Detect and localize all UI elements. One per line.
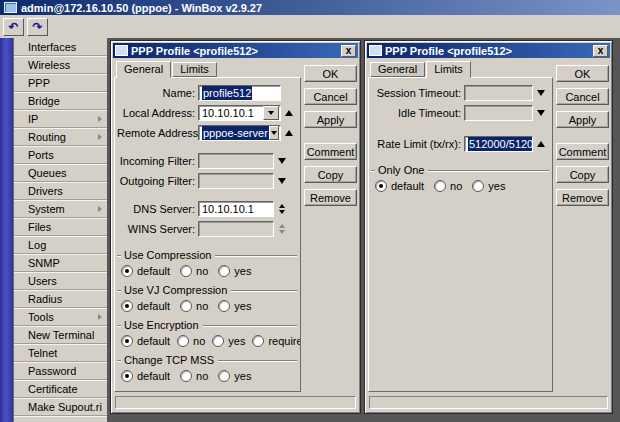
cancel-button[interactable]: Cancel [304,88,357,105]
add-remove-toggle[interactable] [274,224,290,234]
rate-limit-field[interactable]: 512000/512000 [464,136,533,152]
copy-button[interactable]: Copy [304,166,357,183]
comment-button[interactable]: Comment [304,143,357,160]
ok-button[interactable]: OK [556,65,609,82]
sidebar-item-tools[interactable]: Tools [14,308,107,326]
radio-no[interactable]: no [180,265,208,277]
radio-default[interactable]: default [121,300,170,312]
sidebar-item-label: Drivers [28,185,63,197]
redo-button[interactable]: ↷ [27,18,48,36]
tab-limits[interactable]: Limits [426,61,471,78]
radio-no[interactable]: no [434,180,462,192]
idle-timeout-field[interactable] [464,105,533,121]
sidebar-item-label: Interfaces [28,41,76,53]
undo-button[interactable]: ↶ [3,18,24,36]
main-titlebar[interactable]: admin@172.16.10.50 (pppoe) - WinBox v2.9… [0,0,620,15]
name-field[interactable]: profile512 [198,85,281,101]
close-icon[interactable]: x [593,45,608,57]
cancel-button[interactable]: Cancel [556,88,609,105]
remove-button[interactable]: Remove [556,189,609,206]
remove-button[interactable]: Remove [304,189,357,206]
radio-required[interactable]: required [252,335,301,347]
radio-yes[interactable]: yes [212,335,245,347]
sidebar-item-interfaces[interactable]: Interfaces [14,38,107,56]
sidebar-item-label: Users [28,275,57,287]
wins-server-field[interactable] [198,221,274,237]
sidebar-item-log[interactable]: Log [14,236,107,254]
ok-button[interactable]: OK [304,65,357,82]
sidebar-item-bridge[interactable]: Bridge [14,92,107,110]
apply-button[interactable]: Apply [304,111,357,128]
apply-button[interactable]: Apply [556,111,609,128]
sidebar-item-ports[interactable]: Ports [14,146,107,164]
sidebar-item-make-supout[interactable]: Make Supout.rif [14,398,107,416]
radio-yes[interactable]: yes [218,300,251,312]
session-timeout-label: Session Timeout: [371,87,464,99]
use-compression-group: Use Compression default no yes [117,249,297,278]
tab-general[interactable]: General [116,61,171,78]
add-remove-toggle[interactable] [274,204,290,214]
close-icon[interactable]: x [341,45,356,57]
dialog-button-column: OK Cancel Apply Comment Copy Remove [556,60,609,392]
expand-up-toggle[interactable] [281,110,297,116]
radio-icon [375,180,387,192]
sidebar-item-wireless[interactable]: Wireless [14,56,107,74]
dialog-titlebar[interactable]: PPP Profile <profile512> x [113,43,358,58]
local-address-combobox[interactable]: 10.10.10.1 [198,105,281,121]
session-timeout-field[interactable] [464,85,533,101]
sidebar-item-routing[interactable]: Routing [14,128,107,146]
sidebar-item-label: IP [28,113,38,125]
radio-no[interactable]: no [180,370,208,382]
comment-button[interactable]: Comment [556,143,609,160]
radio-no[interactable]: no [180,300,208,312]
dropdown-toggle[interactable] [533,110,549,116]
sidebar-menu: Interfaces Wireless PPP Bridge IP Routin… [14,38,107,422]
sidebar-item-ip[interactable]: IP [14,110,107,128]
dns-server-label: DNS Server: [117,203,198,215]
radio-icon [121,265,133,277]
dropdown-icon[interactable] [263,106,279,120]
incoming-filter-field[interactable] [198,153,274,169]
radio-default[interactable]: default [121,265,170,277]
dropdown-icon[interactable] [269,126,279,140]
incoming-filter-label: Incoming Filter: [117,155,198,167]
copy-button[interactable]: Copy [556,166,609,183]
sidebar-item-queues[interactable]: Queues [14,164,107,182]
up-arrow-icon [285,110,293,116]
sidebar-item-telnet[interactable]: Telnet [14,344,107,362]
radio-yes[interactable]: yes [472,180,505,192]
sidebar-item-system[interactable]: System [14,200,107,218]
dropdown-toggle[interactable] [533,90,549,96]
radio-no[interactable]: no [177,335,205,347]
down-arrow-icon [537,90,545,96]
radio-default[interactable]: default [121,370,170,382]
tab-general[interactable]: General [370,62,425,77]
radio-default[interactable]: default [375,180,424,192]
dropdown-toggle[interactable] [274,178,290,184]
sidebar-item-new-terminal[interactable]: New Terminal [14,326,107,344]
dialog-titlebar[interactable]: PPP Profile <profile512> x [367,43,610,58]
sidebar-item-password[interactable]: Password [14,362,107,380]
expand-up-toggle[interactable] [281,130,297,136]
sidebar-item-files[interactable]: Files [14,218,107,236]
radio-yes[interactable]: yes [218,265,251,277]
sidebar-item-radius[interactable]: Radius [14,290,107,308]
dropdown-toggle[interactable] [274,158,290,164]
sidebar-item-users[interactable]: Users [14,272,107,290]
sidebar-item-drivers[interactable]: Drivers [14,182,107,200]
tab-limits[interactable]: Limits [172,62,217,77]
sidebar-item-ppp[interactable]: PPP [14,74,107,92]
dns-server-field[interactable]: 10.10.10.1 [198,201,274,217]
name-label: Name: [117,87,198,99]
tab-bar: General Limits [114,60,301,77]
expand-up-toggle[interactable] [533,141,549,147]
radio-yes[interactable]: yes [218,370,251,382]
sidebar-item-snmp[interactable]: SNMP [14,254,107,272]
sidebar-item-label: Files [28,221,51,233]
outgoing-filter-field[interactable] [198,173,274,189]
sidebar-item-label: Ports [28,149,54,161]
radio-default[interactable]: default [121,335,170,347]
down-arrow-icon [278,178,286,184]
sidebar-item-certificate[interactable]: Certificate [14,380,107,398]
remote-address-combobox[interactable]: pppoe-server [198,125,281,141]
